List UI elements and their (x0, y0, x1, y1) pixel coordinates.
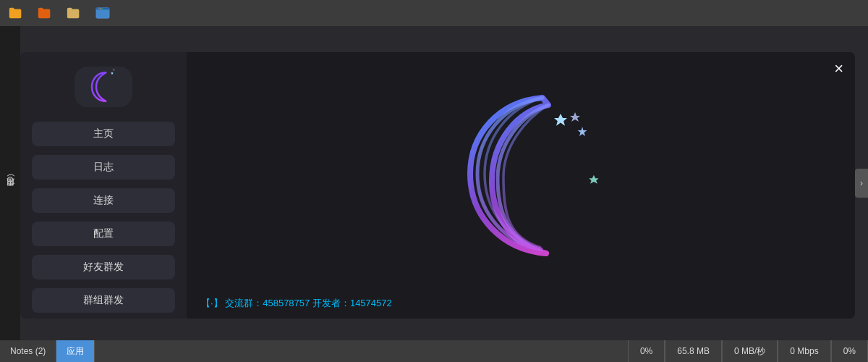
stat-cpu: 0% (628, 340, 665, 362)
main-content: × (187, 52, 855, 319)
svg-marker-6 (113, 69, 114, 70)
main-dialog: 主页 日志 连接 配置 好友群发 群组群发 Ver 1.1.0 × (20, 52, 855, 319)
svg-marker-7 (554, 114, 567, 126)
taskbar-folder-light[interactable] (64, 3, 84, 23)
nav-group-broadcast[interactable]: 群组群发 (32, 288, 175, 313)
notes-label: Notes (2) (10, 346, 46, 356)
info-bar: 【·】 交流群：458578757 开发者：14574572 (187, 288, 855, 319)
right-arrow[interactable]: › (855, 169, 868, 198)
taskbar-top (0, 0, 868, 26)
sidebar: 主页 日志 连接 配置 好友群发 群组群发 Ver 1.1.0 (20, 52, 187, 319)
stat-cpu-value: 0% (640, 346, 652, 356)
stat-gpu-value: 0% (843, 346, 856, 356)
sidebar-logo (75, 67, 132, 107)
stat-gpu: 0% (831, 340, 868, 362)
moon-illustration (420, 62, 622, 279)
nav-friends-broadcast[interactable]: 好友群发 (32, 255, 175, 279)
stat-network: 0 Mbps (778, 340, 830, 362)
stat-disk-value: 0 MB/秒 (734, 345, 765, 358)
taskbar-folder-yellow[interactable] (6, 3, 26, 23)
nav-logs[interactable]: 日志 (32, 155, 175, 180)
desktop: (O) 应用 (0, 26, 868, 340)
taskbar-bottom: Notes (2) 应用 0% 65.8 MB 0 MB/秒 0 Mbps 0% (0, 340, 868, 362)
left-panel-text1: (O) (6, 174, 14, 185)
nav-connect[interactable]: 连接 (32, 188, 175, 213)
illustration-area (187, 52, 855, 288)
close-button[interactable]: × (834, 61, 843, 77)
svg-point-4 (101, 8, 102, 9)
svg-point-3 (100, 8, 101, 9)
taskbar-browser[interactable] (93, 3, 113, 23)
nav-home[interactable]: 主页 (32, 122, 175, 146)
svg-marker-5 (111, 72, 114, 75)
info-text: 【·】 交流群：458578757 开发者：14574572 (201, 298, 392, 308)
notes-taskbar-item[interactable]: Notes (2) (0, 340, 56, 362)
svg-point-2 (98, 8, 98, 9)
app-label: 应用 (67, 345, 84, 358)
stat-memory: 65.8 MB (665, 340, 722, 362)
taskbar-folder-orange[interactable] (35, 3, 55, 23)
left-panel: (O) 应用 (0, 26, 20, 340)
nav-config[interactable]: 配置 (32, 222, 175, 246)
app-taskbar-item[interactable]: 应用 (56, 340, 95, 362)
stat-network-value: 0 Mbps (790, 346, 818, 356)
stat-memory-value: 65.8 MB (677, 346, 710, 356)
stat-disk: 0 MB/秒 (722, 340, 778, 362)
